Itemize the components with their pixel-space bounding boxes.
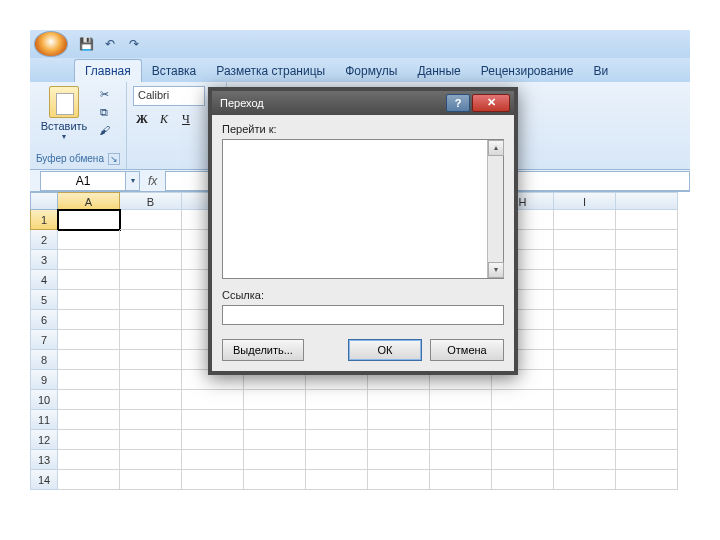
cell[interactable] xyxy=(430,430,492,450)
cell[interactable] xyxy=(554,250,616,270)
scroll-down-icon[interactable]: ▾ xyxy=(488,262,504,278)
tab-home[interactable]: Главная xyxy=(74,59,142,82)
underline-button[interactable]: Ч xyxy=(177,112,195,130)
cell[interactable] xyxy=(492,450,554,470)
scrollbar[interactable]: ▴ ▾ xyxy=(487,140,503,278)
copy-icon[interactable]: ⧉ xyxy=(96,106,112,120)
row-header[interactable]: 9 xyxy=(30,370,58,390)
reference-input[interactable] xyxy=(222,305,504,325)
cell[interactable] xyxy=(244,410,306,430)
tab-review[interactable]: Рецензирование xyxy=(471,60,584,82)
row-header[interactable]: 6 xyxy=(30,310,58,330)
cell[interactable] xyxy=(306,430,368,450)
tab-view[interactable]: Ви xyxy=(583,60,618,82)
cell[interactable] xyxy=(616,370,678,390)
cell[interactable] xyxy=(554,210,616,230)
ok-button[interactable]: ОК xyxy=(348,339,422,361)
cell[interactable] xyxy=(554,390,616,410)
row-header[interactable]: 12 xyxy=(30,430,58,450)
col-header[interactable]: B xyxy=(120,192,182,210)
cell[interactable] xyxy=(58,310,120,330)
row-header[interactable]: 7 xyxy=(30,330,58,350)
col-header[interactable] xyxy=(616,192,678,210)
italic-button[interactable]: К xyxy=(155,112,173,130)
row-header[interactable]: 2 xyxy=(30,230,58,250)
row-header[interactable]: 4 xyxy=(30,270,58,290)
cell[interactable] xyxy=(58,270,120,290)
cell[interactable] xyxy=(616,250,678,270)
cell[interactable] xyxy=(182,410,244,430)
goto-list[interactable]: ▴ ▾ xyxy=(222,139,504,279)
cell[interactable] xyxy=(120,470,182,490)
cell[interactable] xyxy=(306,470,368,490)
cell[interactable] xyxy=(182,430,244,450)
cell[interactable] xyxy=(554,230,616,250)
close-button[interactable]: ✕ xyxy=(472,94,510,112)
cell[interactable] xyxy=(616,390,678,410)
cell[interactable] xyxy=(182,450,244,470)
cell[interactable] xyxy=(58,210,120,230)
row-header[interactable]: 8 xyxy=(30,350,58,370)
special-button[interactable]: Выделить... xyxy=(222,339,304,361)
cell[interactable] xyxy=(244,390,306,410)
cell[interactable] xyxy=(616,310,678,330)
cell[interactable] xyxy=(120,310,182,330)
cell[interactable] xyxy=(616,430,678,450)
col-header[interactable]: I xyxy=(554,192,616,210)
cell[interactable] xyxy=(58,390,120,410)
row-header[interactable]: 11 xyxy=(30,410,58,430)
cell[interactable] xyxy=(120,270,182,290)
cell[interactable] xyxy=(244,450,306,470)
tab-insert[interactable]: Вставка xyxy=(142,60,207,82)
cell[interactable] xyxy=(616,210,678,230)
tab-data[interactable]: Данные xyxy=(407,60,470,82)
row-header[interactable]: 13 xyxy=(30,450,58,470)
cell[interactable] xyxy=(554,430,616,450)
cell[interactable] xyxy=(492,410,554,430)
cell[interactable] xyxy=(58,450,120,470)
cell[interactable] xyxy=(430,390,492,410)
cell[interactable] xyxy=(368,430,430,450)
scroll-up-icon[interactable]: ▴ xyxy=(488,140,504,156)
select-all-corner[interactable] xyxy=(30,192,58,210)
cut-icon[interactable]: ✂ xyxy=(96,88,112,102)
row-header[interactable]: 5 xyxy=(30,290,58,310)
cell[interactable] xyxy=(120,210,182,230)
cell[interactable] xyxy=(430,470,492,490)
cell[interactable] xyxy=(554,350,616,370)
cell[interactable] xyxy=(58,350,120,370)
cell[interactable] xyxy=(120,350,182,370)
cell[interactable] xyxy=(616,230,678,250)
row-header[interactable]: 3 xyxy=(30,250,58,270)
cell[interactable] xyxy=(306,390,368,410)
cell[interactable] xyxy=(58,470,120,490)
name-box-dropdown[interactable]: ▾ xyxy=(126,171,140,191)
row-header[interactable]: 10 xyxy=(30,390,58,410)
cancel-button[interactable]: Отмена xyxy=(430,339,504,361)
cell[interactable] xyxy=(492,430,554,450)
cell[interactable] xyxy=(58,290,120,310)
cell[interactable] xyxy=(120,250,182,270)
cell[interactable] xyxy=(554,270,616,290)
cell[interactable] xyxy=(58,250,120,270)
dialog-launcher-icon[interactable]: ↘ xyxy=(108,153,120,165)
cell[interactable] xyxy=(182,390,244,410)
cell[interactable] xyxy=(58,230,120,250)
cell[interactable] xyxy=(554,470,616,490)
cell[interactable] xyxy=(554,290,616,310)
save-icon[interactable]: 💾 xyxy=(76,34,96,54)
cell[interactable] xyxy=(120,450,182,470)
cell[interactable] xyxy=(616,290,678,310)
tab-formulas[interactable]: Формулы xyxy=(335,60,407,82)
row-header[interactable]: 14 xyxy=(30,470,58,490)
cell[interactable] xyxy=(368,390,430,410)
cell[interactable] xyxy=(120,290,182,310)
cell[interactable] xyxy=(368,450,430,470)
cell[interactable] xyxy=(616,450,678,470)
cell[interactable] xyxy=(244,430,306,450)
cell[interactable] xyxy=(120,330,182,350)
cell[interactable] xyxy=(554,370,616,390)
cell[interactable] xyxy=(616,270,678,290)
cell[interactable] xyxy=(120,430,182,450)
cell[interactable] xyxy=(120,410,182,430)
